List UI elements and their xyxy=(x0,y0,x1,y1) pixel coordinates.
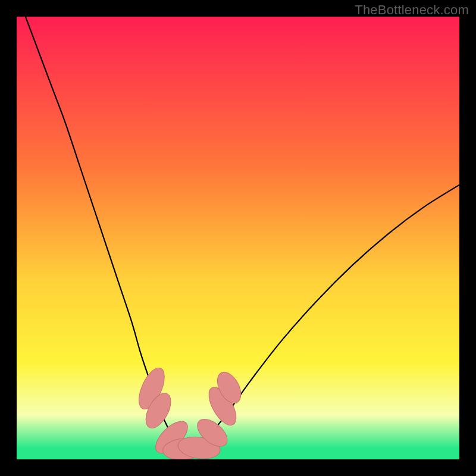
plot-area xyxy=(17,17,459,459)
bottleneck-curve xyxy=(26,17,459,450)
watermark-text: TheBottleneck.com xyxy=(355,2,469,18)
curve-markers xyxy=(134,364,246,459)
curve-layer xyxy=(17,17,459,459)
chart-frame: TheBottleneck.com xyxy=(0,0,476,476)
